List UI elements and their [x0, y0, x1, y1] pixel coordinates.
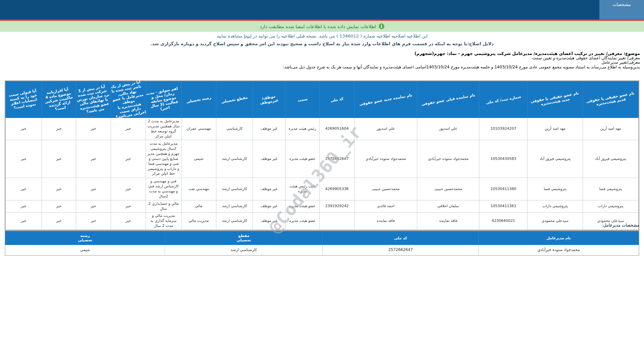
table-row: محمدجواد ستوده خیرآبادي2572662647کارشناس…	[5, 245, 639, 255]
subject-line-ceo-change: معرفی/تغییر مدیرعامل	[4, 60, 640, 65]
table-cell: پتروشيمي فیروز آباد	[583, 140, 638, 178]
header-cell: مقطع تحصیلی	[216, 81, 253, 118]
table-cell: خیر	[42, 140, 76, 178]
header-row: نام مدیرعاملکد ملیمقطع تحصیلیرشته تحصیلی	[5, 231, 639, 245]
table-cell: پتروشيمي فیروز آباد	[528, 140, 583, 178]
revision-notice: این اطلاعیه اصلاحیه اطلاعیه شماره ( 1346…	[0, 34, 644, 39]
table-cell: 4269051604	[319, 118, 354, 140]
table-cell: مهندسي عمران	[181, 118, 216, 140]
header-cell: سمت	[285, 81, 319, 118]
correction-reason: دلایل اصلاح:با توجه به اینکه در قسمت فرم…	[0, 41, 644, 46]
subject-line-announcement: بدین‌وسیله به اطلاع می‌رساند به استناد م…	[4, 65, 640, 70]
previous-version-link[interactable]: اینجا	[244, 34, 252, 39]
table-cell: خیر	[76, 213, 111, 230]
table-cell: کارشناسي ارشد	[216, 213, 253, 230]
board-table-body: مهد امید آرینمهد امید آرین10103924207علي…	[6, 118, 639, 230]
table-cell: غیر موظف	[253, 213, 285, 230]
table-cell: 10530411361	[479, 200, 528, 213]
table-cell: 10103924207	[479, 118, 528, 140]
table-cell: کارشناسي	[216, 118, 253, 140]
table-cell: فني و مهندسي و کارشناس ارشد فني و مهندسي…	[146, 178, 181, 200]
table-cell: کارشناسي ارشد	[216, 178, 253, 200]
table-cell: عضو هیئت مدیره	[285, 200, 319, 213]
table-cell: مدیریت مالي و سرمایه گذاري به مدت 2 سال	[146, 213, 181, 230]
table-cell: شیمي	[181, 140, 216, 178]
header-cell: نام مدیرعامل	[479, 231, 639, 245]
header-cell: آیا اقرارنامه موضوع ماده 4 حاکمیت شرکتی …	[42, 81, 76, 118]
ceo-details-table: نام مدیرعاملکد ملیمقطع تحصیلیرشته تحصیلی…	[5, 231, 639, 256]
table-cell: خیر	[6, 200, 42, 213]
header-cell: کد ملی	[323, 231, 479, 245]
table-cell: مدیریت مالي	[181, 213, 216, 230]
header-cell: آیا قبولی سمت خود را به کمیته انتصابات ا…	[6, 81, 42, 118]
table-cell: خیر	[42, 200, 76, 213]
table-cell: خیر	[76, 200, 111, 213]
table-cell: خیر	[6, 118, 42, 140]
table-cell: خیر	[76, 178, 111, 200]
table-cell: محمدحسین حبیبی	[354, 178, 417, 200]
table-cell: خیر	[111, 118, 146, 140]
table-cell: 2391929242	[319, 200, 354, 213]
table-cell: احمد قائدي	[354, 200, 417, 213]
ceo-table-header: نام مدیرعاملکد ملیمقطع تحصیلیرشته تحصیلی	[5, 231, 639, 245]
table-cell: خیر	[42, 178, 76, 200]
table-cell: پتروشيمي فسا	[528, 178, 583, 200]
table-cell: علي اسدپور	[417, 118, 479, 140]
table-cell: خیر	[42, 213, 76, 230]
table-cell: غیر موظف	[253, 140, 285, 178]
header-cell: نام نماینده جدید عضو حقوقی	[354, 81, 417, 118]
signature-match-banner: i اطلاعات نمایش داده شده با اطلاعات امضا…	[0, 21, 644, 32]
header-cell: موظف/ غیرموظف	[253, 81, 285, 118]
table-cell: پتروشيمي داراب	[528, 200, 583, 213]
table-cell: خیر	[111, 178, 146, 200]
table-cell: کارشناسي ارشد	[165, 245, 323, 255]
header-cell: نام عضو حقیقی یا حقوقی جدید هیئت‌مدیره	[528, 81, 583, 118]
table-cell: محمدجواد ستوده خیرآبادي	[354, 140, 417, 178]
board-table-header: نام عضو حقیقی یا حقوقی قدیم هیئت‌مدیرهنا…	[6, 81, 639, 118]
table-cell: مالي و حسابداري 2 سال	[146, 200, 181, 213]
table-cell: 4230640021	[479, 213, 528, 230]
table-cell: خیر	[111, 213, 146, 230]
header-cell: کد ملی	[319, 81, 354, 118]
table-cell: علي اسدپور	[354, 118, 417, 140]
table-row: پتروشيمي فساپتروشيمي فسا10530411380محمدح…	[6, 178, 639, 200]
tab-specifications[interactable]: مشخصات	[599, 0, 644, 19]
table-cell: محمدجواد ستوده خیرآبادي	[479, 245, 639, 255]
table-row: مهد امید آرینمهد امید آرین10103924207علي…	[6, 118, 639, 140]
table-cell: رئیس هیئت مدیره	[285, 118, 319, 140]
table-cell: 2572662647	[319, 140, 354, 178]
table-cell: غیر موظف	[253, 200, 285, 213]
table-cell: 4269905336	[319, 178, 354, 200]
table-cell: پتروشيمي فسا	[583, 178, 638, 200]
table-cell: خیر	[111, 200, 146, 213]
subject-line-representatives: معرفی/ تغییر نمایندگان اعضای حقوقی هیئت‌…	[4, 56, 640, 61]
table-cell	[319, 213, 354, 230]
table-cell: مهد امید آرین	[528, 118, 583, 140]
table-cell: خیر	[6, 140, 42, 178]
table-cell: سلمان اخلاقي	[417, 200, 479, 213]
board-members-table: نام عضو حقیقی یا حقوقی قدیم هیئت‌مدیرهنا…	[5, 80, 639, 231]
table-cell: 2572662647	[323, 245, 479, 255]
table-cell: خیر	[6, 213, 42, 230]
header-cell: نام عضو حقیقی یا حقوقی قدیم هیئت‌مدیره	[583, 81, 638, 118]
header-row: نام عضو حقیقی یا حقوقی قدیم هیئت‌مدیرهنا…	[6, 81, 639, 118]
revision-notice-prefix: این اطلاعیه اصلاحیه اطلاعیه شماره ( 1346…	[252, 34, 427, 39]
table-cell: سیدعلي محمودي	[528, 213, 583, 230]
table-cell: مالي	[181, 200, 216, 213]
subject-block: موضوع: معرفی/ تغییر در ترکیب اعضای هیئت‌…	[4, 51, 640, 69]
header-cell: اهم سوابق - مدت زمان/ محل و موضوع سابقه …	[146, 81, 181, 118]
table-row: پتروشيمي فیروز آبادپتروشيمي فیروز آباد10…	[6, 140, 639, 178]
table-cell: فاقد نماینده	[354, 213, 417, 230]
ceo-table-body: محمدجواد ستوده خیرآبادي2572662647کارشناس…	[5, 245, 639, 255]
table-cell: پتروشيمي داراب	[583, 200, 638, 213]
table-cell: غیر موظف	[253, 118, 285, 140]
header-cell: آیا در بیش از 3 شرکت ثبت شده نزد سازمان …	[76, 81, 111, 118]
table-cell: خیر	[42, 118, 76, 140]
table-cell: 10530411380	[479, 178, 528, 200]
table-cell: خیر	[76, 118, 111, 140]
revision-notice-suffix: مشاهده نمایید	[217, 34, 244, 39]
table-cell: محمدجواد ستوده خیرآبادي	[417, 140, 479, 178]
table-row: سیدعلي محموديسیدعلي محمودي4230640021فاقد…	[6, 213, 639, 230]
table-cell: شیمي	[5, 245, 165, 255]
table-row: پتروشيمي دارابپتروشيمي داراب10530411361س…	[6, 200, 639, 213]
